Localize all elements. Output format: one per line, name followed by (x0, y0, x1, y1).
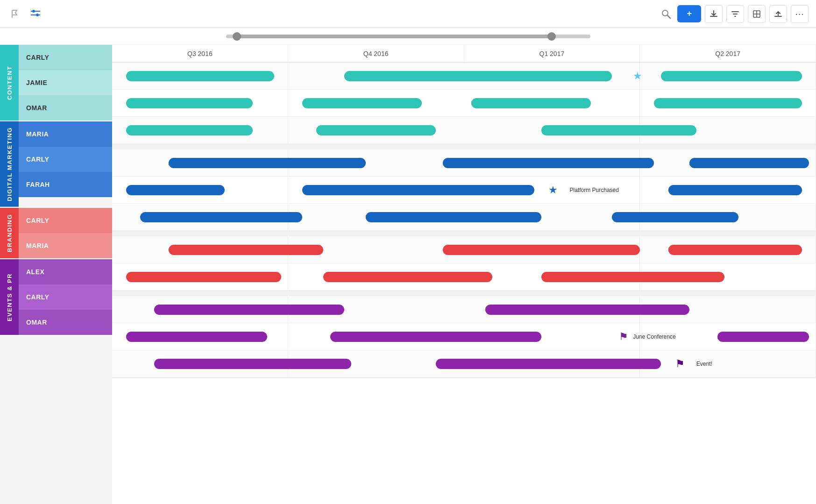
upload-icon[interactable] (769, 5, 787, 23)
label-platform-purchased: Platform Purchased (570, 187, 619, 193)
bar-new-branding-rollout[interactable] (541, 272, 724, 282)
bar-ebook-writing[interactable] (344, 71, 612, 81)
bar-set-up-marketing-au[interactable] (668, 185, 802, 195)
bar-guest-writer[interactable] (654, 98, 802, 108)
download-icon[interactable] (705, 5, 723, 23)
quarter-q1-2017: Q1 2017 (464, 45, 640, 62)
toolbar-left (7, 7, 43, 21)
flag-icon[interactable] (7, 7, 22, 21)
add-icon: + (687, 9, 692, 19)
bar-ab-test[interactable] (689, 158, 809, 168)
group-events: EVENTS & PR ALEX CARLY OMAR (0, 259, 112, 336)
bar-event-planning[interactable] (154, 359, 351, 369)
gantt-row-content-jamie: Research Target Communities Newsletter L… (112, 90, 816, 117)
bar-keyboard-research[interactable] (140, 212, 302, 222)
group-branding-wrap: BRANDING CARLY MARIA (0, 208, 112, 258)
bar-ad-trials[interactable] (443, 158, 654, 168)
member-carly-content[interactable]: CARLY (19, 45, 112, 70)
group-branding-label: BRANDING (0, 208, 19, 258)
slider-handle-left[interactable] (233, 32, 241, 41)
member-carly-branding[interactable]: CARLY (19, 208, 112, 233)
quarter-headers: Q3 2016 Q4 2016 Q1 2017 Q2 2017 (112, 45, 816, 63)
bar-create-logo[interactable] (323, 272, 492, 282)
group-separator-3 (112, 291, 816, 296)
bar-new-website[interactable] (668, 245, 802, 255)
flag-event-icon: ⚑ (675, 358, 685, 370)
gantt-area: Q3 2016 Q4 2016 Q1 2017 Q2 2017 Set Up S… (112, 45, 816, 504)
bar-create-style-guide[interactable] (169, 245, 324, 255)
member-jamie[interactable]: JAMIE (19, 70, 112, 95)
bar-partner-blogs[interactable] (541, 125, 696, 135)
bar-1st-branded-event[interactable] (436, 359, 661, 369)
member-omar-content[interactable]: OMAR (19, 95, 112, 121)
bar-ebook-launch[interactable] (661, 71, 802, 81)
group-separator-2 (112, 232, 816, 236)
bar-adwords[interactable] (169, 158, 366, 168)
svg-point-3 (36, 14, 39, 16)
filter-icon[interactable] (726, 5, 744, 23)
slider-fill (235, 35, 553, 38)
bar-influencer-maps[interactable] (471, 98, 591, 108)
group-events-wrap: EVENTS & PR ALEX CARLY OMAR (0, 259, 112, 335)
slider-track[interactable] (226, 35, 590, 38)
bar-blog-launch[interactable] (316, 125, 436, 135)
group-digital-label: DIGITAL MARKETING (0, 121, 19, 207)
group-digital-members: MARIA CARLY FARAH (19, 121, 112, 207)
group-content-wrap: CONTENT CARLY JAMIE OMAR (0, 45, 112, 121)
group-content-members: CARLY JAMIE OMAR (19, 45, 112, 121)
flag-june-conf-icon: ⚑ (619, 331, 628, 343)
member-maria-branding[interactable]: MARIA (19, 233, 112, 258)
search-icon[interactable] (659, 7, 674, 21)
gantt-group-branding: Create Style Guide Create Brand Book New… (112, 236, 816, 291)
gantt-row-events-alex: Media Relations Strategy Pitch Stories (112, 296, 816, 323)
quarter-q2-2017: Q2 2017 (640, 45, 816, 62)
gantt-row-digital-farah: Keyboard Research Keyword optimization M… (112, 204, 816, 231)
member-maria-digital[interactable]: MARIA (19, 121, 112, 147)
sliders-icon[interactable] (28, 7, 43, 21)
member-omar-events[interactable]: OMAR (19, 310, 112, 335)
table-icon[interactable] (748, 5, 766, 23)
gantt-row-events-omar: Event Planning 1st Branded Event ⚑ Event… (112, 350, 816, 377)
member-farah[interactable]: FARAH (19, 172, 112, 197)
slider-bar (0, 28, 816, 45)
quarter-q3-2016: Q3 2016 (112, 45, 288, 62)
group-digital-wrap: DIGITAL MARKETING MARIA CARLY FARAH (0, 121, 112, 207)
bar-research-target[interactable] (126, 98, 253, 108)
gantt-group-events: Media Relations Strategy Pitch Stories P… (112, 296, 816, 378)
bar-evaluate-marketing[interactable] (302, 185, 534, 195)
gantt-group-digital: AdWords Optimizations Ad Trials: Capterr… (112, 149, 816, 232)
member-carly-digital[interactable]: CARLY (19, 147, 112, 172)
gantt-row-events-carly: Pitch Speaking Engagements June Conferen… (112, 323, 816, 350)
star-platform-icon: ★ (548, 184, 558, 196)
bar-set-up-dashboard[interactable] (126, 185, 225, 195)
gantt-row-content-carly: Set Up Social Channels Ebook Writing ★ E… (112, 63, 816, 90)
bar-pitch-stories[interactable] (485, 305, 689, 315)
member-alex[interactable]: ALEX (19, 259, 112, 284)
more-icon[interactable]: ··· (791, 5, 809, 23)
bar-pitch-speaking[interactable] (126, 332, 267, 342)
quarter-q4-2016: Q4 2016 (288, 45, 464, 62)
gantt-row-branding-maria: Define Value Propositions Create Logo Ne… (112, 263, 816, 291)
svg-point-1 (32, 10, 35, 13)
bar-mail-blast[interactable] (612, 212, 738, 222)
bar-june-conf-planning[interactable] (330, 332, 541, 342)
main-area: CONTENT CARLY JAMIE OMAR DIGITAL MARKETI… (0, 45, 816, 504)
add-button[interactable]: + (677, 5, 701, 22)
bar-keyword-opt[interactable] (366, 212, 542, 222)
bar-define-value[interactable] (126, 272, 281, 282)
bar-build-content-cal[interactable] (126, 125, 253, 135)
group-branding: BRANDING CARLY MARIA (0, 208, 112, 259)
bar-newsletter-launch[interactable] (302, 98, 422, 108)
member-carly-events[interactable]: CARLY (19, 284, 112, 310)
group-separator-1 (112, 145, 816, 149)
bar-set-up-social[interactable] (126, 71, 274, 81)
bar-media-relations[interactable] (154, 305, 344, 315)
group-events-members: ALEX CARLY OMAR (19, 259, 112, 335)
slider-handle-right[interactable] (547, 32, 556, 41)
gantt-row-content-omar: Build Content Calendar Blog Launch Partn… (112, 117, 816, 144)
gantt-row-branding-carly: Create Style Guide Create Brand Book New… (112, 236, 816, 263)
bar-august-con[interactable] (717, 332, 809, 342)
bar-create-brand-book[interactable] (443, 245, 640, 255)
svg-line-5 (667, 15, 670, 18)
gantt-group-content: Set Up Social Channels Ebook Writing ★ E… (112, 63, 816, 145)
